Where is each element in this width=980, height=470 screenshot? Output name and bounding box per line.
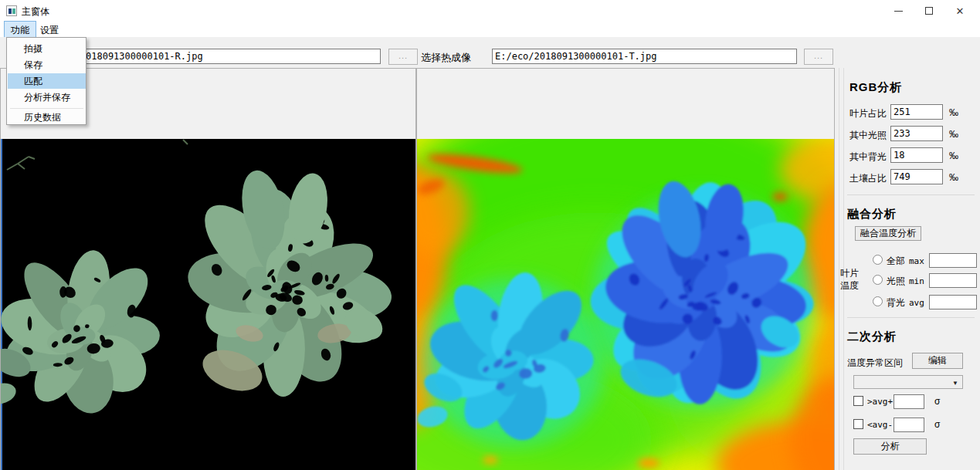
menu-separator [10,108,83,109]
below-avg-sigma: σ [934,419,940,430]
lit-ratio-input[interactable] [890,126,943,141]
leaf-temp-label-line2: 温度 [840,279,859,292]
menu-bar: 功能 设置 [0,22,980,37]
below-avg-label: <avg- [867,420,893,430]
temp-anomaly-range-label: 温度异常区间 [847,357,903,370]
radio-lit[interactable] [873,275,883,285]
menu-item-analyze-save[interactable]: 分析并保存 [8,90,86,105]
secondary-analysis-title: 二次分析 [847,330,897,344]
radio-lit-label: 光照 [887,275,905,288]
app-icon [6,5,17,16]
maximize-icon [925,7,933,15]
max-temp-input[interactable] [929,253,977,268]
fusion-analysis-title: 融合分析 [847,207,897,221]
edit-button[interactable]: 编辑 [912,353,963,369]
shaded-ratio-input[interactable] [890,147,943,163]
soil-ratio-unit: ‰ [949,172,958,183]
chevron-down-icon: ▼ [952,380,958,387]
thermal-image [417,139,834,470]
anomaly-range-combobox[interactable]: ▼ [853,375,963,389]
file-bar: ... 选择热成像 ... [0,37,980,68]
maximize-button[interactable] [914,0,944,22]
analyze-button[interactable]: 分析 [853,438,927,455]
avg-label: avg [909,298,924,308]
minimize-button[interactable] [883,0,914,22]
soil-ratio-input[interactable] [890,169,943,184]
radio-shaded-label: 背光 [887,296,905,309]
title-bar: 主窗体 ✕ [0,0,980,22]
below-avg-input[interactable] [894,418,924,432]
leaf-ratio-unit: ‰ [949,107,958,118]
leaf-ratio-input[interactable] [890,104,943,120]
leaf-temp-label-line1: 叶片 [840,267,859,280]
minimize-icon [894,11,903,12]
menu-item-capture[interactable]: 拍摄 [8,41,86,56]
rgb-path-input[interactable] [83,49,381,64]
radio-shaded[interactable] [873,296,883,306]
rgb-image [1,139,415,470]
thermal-path-input[interactable] [492,49,797,64]
close-button[interactable]: ✕ [944,0,975,22]
above-avg-sigma: σ [934,396,940,407]
menu-item-match[interactable]: 匹配 [8,73,86,89]
function-menu-dropdown: 拍摄 保存 匹配 分析并保存 历史数据 [6,37,86,125]
shaded-ratio-label: 其中背光 [849,150,887,164]
min-temp-input[interactable] [929,273,977,288]
avg-temp-input[interactable] [929,295,977,309]
max-label: max [909,256,924,266]
fusion-temp-analyze-button[interactable]: 融合温度分析 [855,226,921,241]
menu-item-function[interactable]: 功能 [5,22,36,37]
below-avg-checkbox[interactable] [853,419,863,429]
close-icon: ✕ [956,6,965,16]
above-avg-label: >avg+ [867,397,893,407]
min-label: min [909,276,924,286]
menu-item-save[interactable]: 保存 [8,57,86,73]
soil-ratio-label: 土壤占比 [849,172,887,185]
thermal-path-label: 选择热成像 [421,51,471,65]
menu-item-history[interactable]: 历史数据 [8,110,86,125]
window-title: 主窗体 [22,5,49,19]
lit-ratio-label: 其中光照 [849,129,887,142]
rgb-analysis-title: RGB分析 [849,80,902,95]
rgb-browse-button[interactable]: ... [388,49,418,65]
above-avg-checkbox[interactable] [853,396,863,406]
leaf-ratio-label: 叶片占比 [849,107,887,120]
menu-item-settings[interactable]: 设置 [34,22,65,37]
thermal-browse-button[interactable]: ... [804,49,833,65]
radio-all[interactable] [873,255,883,265]
radio-all-label: 全部 [887,255,905,268]
lit-ratio-unit: ‰ [949,129,958,140]
separator [847,317,975,318]
shaded-ratio-unit: ‰ [949,150,958,161]
above-avg-input[interactable] [894,394,924,409]
main-window: 主窗体 ✕ 功能 设置 ... 选择热成像 ... [0,0,980,470]
separator [847,194,975,195]
